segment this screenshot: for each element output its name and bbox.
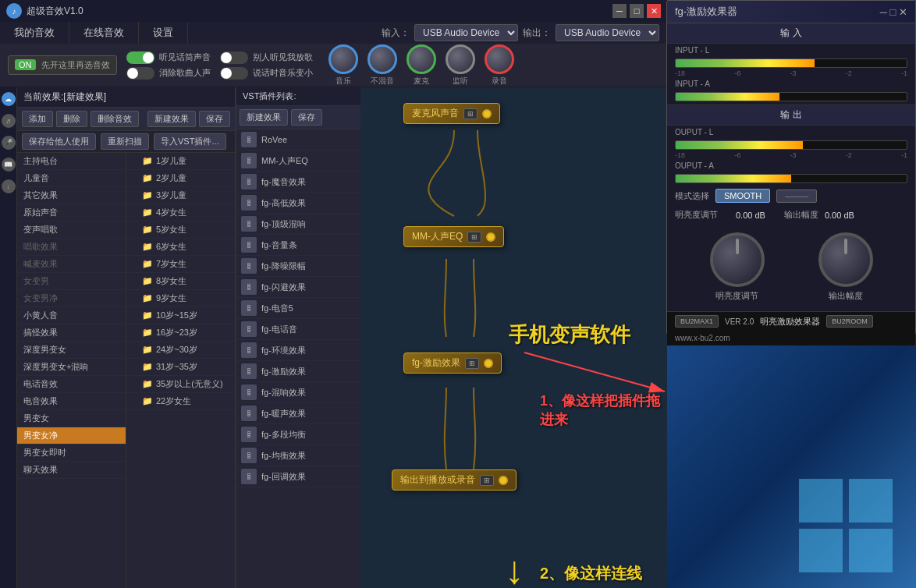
sidebar-voice-icon[interactable]: ♬	[2, 114, 16, 128]
mm-node-expand[interactable]: ⊞	[467, 232, 481, 243]
mode-smooth-btn[interactable]: SMOOTH	[715, 189, 770, 203]
effect-item-男变女净[interactable]: 男变女净	[17, 427, 126, 445]
effect-item-变声唱歌[interactable]: 变声唱歌	[17, 221, 126, 239]
effect-item-女变男净[interactable]: 女变男净	[17, 290, 126, 307]
vst-item[interactable]: 🎛fg-电话音	[236, 319, 360, 340]
mm-node[interactable]: MM-人声EQ ⊞	[403, 226, 504, 247]
remove-effect-btn[interactable]: 删除音效	[91, 111, 139, 127]
output-range-knob[interactable]	[818, 232, 873, 287]
age-item[interactable]: 📁22岁女生	[126, 393, 235, 410]
vst-item[interactable]: 🎛fg-暖声效果	[236, 403, 360, 424]
age-item[interactable]: 📁3岁儿童	[126, 187, 235, 204]
knob-record[interactable]	[485, 44, 514, 74]
output-node-expand[interactable]: ⊞	[480, 475, 494, 486]
effect-item-女变男[interactable]: 女变男	[17, 273, 126, 290]
age-item[interactable]: 📁2岁儿童	[126, 170, 235, 187]
vst-item[interactable]: 🎛fg-降噪限幅	[236, 256, 360, 277]
effect-item-小黄人音[interactable]: 小黄人音	[17, 307, 126, 324]
knob-mic[interactable]	[407, 44, 436, 74]
nav-my-effects[interactable]: 我的音效	[0, 22, 69, 44]
sidebar-mic-icon[interactable]: 🎤	[2, 136, 16, 150]
monitor-toggle-btn[interactable]: ON 先开这里再选音效	[8, 55, 117, 75]
vst-new-btn[interactable]: 新建效果	[240, 109, 288, 126]
age-item[interactable]: 📁9岁女生	[126, 290, 235, 307]
vst-item[interactable]: 🎛fg-魔音效果	[236, 172, 360, 193]
effect-item-深度男变女+混响[interactable]: 深度男变女+混响	[17, 359, 126, 376]
output-device-select[interactable]: USB Audio Device	[556, 24, 659, 41]
age-item[interactable]: 📁7岁女生	[126, 256, 235, 273]
effect-item-儿童音[interactable]: 儿童音	[17, 170, 126, 187]
fg-node-expand[interactable]: ⊞	[465, 358, 479, 369]
output-node[interactable]: 输出到播放或录音 ⊞	[392, 469, 517, 491]
vst-item[interactable]: 🎛fg-均衡效果	[236, 445, 360, 466]
save-for-others-btn[interactable]: 保存给他人使用	[22, 133, 96, 150]
effect-item-男变女即时[interactable]: 男变女即时	[17, 445, 126, 462]
toggle-voice-change[interactable]	[220, 67, 248, 80]
sidebar-download-icon[interactable]: ↓	[2, 179, 16, 193]
brightness-knob[interactable]	[710, 232, 765, 287]
effect-item-喊麦效果[interactable]: 喊麦效果	[17, 256, 126, 273]
effect-item-男变女[interactable]: 男变女	[17, 410, 126, 427]
vst-item[interactable]: 🎛fg-闪避效果	[236, 277, 360, 298]
mode-other-btn[interactable]: ———	[776, 190, 817, 203]
rescan-btn[interactable]: 重新扫描	[101, 133, 149, 150]
effect-item-主持电台[interactable]: 主持电台	[17, 153, 126, 170]
nav-online-effects[interactable]: 在线音效	[69, 22, 139, 44]
effect-item-电音效果[interactable]: 电音效果	[17, 393, 126, 410]
vst-item[interactable]: 🎛fg-回调效果	[236, 466, 360, 487]
sidebar-tutorial-icon[interactable]: 📖	[2, 158, 16, 172]
new-effect-btn[interactable]: 新建效果	[147, 111, 196, 127]
age-item[interactable]: 📁1岁儿童	[126, 153, 235, 170]
effect-item-深度男变女[interactable]: 深度男变女	[17, 342, 126, 359]
effect-item-唱歌效果[interactable]: 唱歌效果	[17, 239, 126, 256]
vst-panel: VST插件列表: 新建效果 保存 🎛RoVee🎛MM-人声EQ🎛fg-魔音效果🎛…	[236, 87, 360, 588]
fg-node[interactable]: fg-激励效果 ⊞	[403, 352, 502, 374]
effect-item-其它效果[interactable]: 其它效果	[17, 187, 126, 204]
age-item[interactable]: 📁5岁女生	[126, 221, 235, 239]
vst-item[interactable]: 🎛fg-顶级混响	[236, 214, 360, 235]
import-vst-btn[interactable]: 导入VST插件...	[154, 133, 226, 150]
age-item[interactable]: 📁16岁~23岁	[126, 324, 235, 342]
mic-node-expand[interactable]: ⊞	[463, 108, 478, 119]
knob-notone[interactable]	[367, 44, 397, 74]
toggle-noise-reduce[interactable]	[126, 67, 154, 80]
effect-item-聊天效果[interactable]: 聊天效果	[17, 462, 126, 479]
toggle-listen-mic[interactable]	[126, 51, 154, 64]
right-panel-close[interactable]: ─ □ ✕	[880, 6, 907, 18]
age-item[interactable]: 📁35岁以上(无意义)	[126, 376, 235, 393]
age-item[interactable]: 📁10岁~15岁	[126, 307, 235, 324]
input-device-select[interactable]: USB Audio Device	[414, 24, 518, 41]
effect-item-原始声音[interactable]: 原始声音	[17, 204, 126, 221]
toggle-other-hear[interactable]	[220, 51, 248, 64]
effect-item-搞怪效果[interactable]: 搞怪效果	[17, 324, 126, 342]
maximize-button[interactable]: □	[630, 4, 644, 18]
minimize-button[interactable]: ─	[612, 4, 627, 18]
nav-settings[interactable]: 设置	[139, 22, 188, 44]
vst-item[interactable]: 🎛fg-混响效果	[236, 382, 360, 403]
vst-item[interactable]: 🎛fg-环境效果	[236, 340, 360, 361]
mic-node[interactable]: 麦克风声音 ⊞	[403, 103, 500, 124]
age-item[interactable]: 📁31岁~35岁	[126, 359, 235, 376]
save-effect-btn[interactable]: 保存	[199, 111, 230, 127]
age-item[interactable]: 📁8岁女生	[126, 273, 235, 290]
vst-item[interactable]: 🎛fg-高低效果	[236, 193, 360, 214]
vst-item[interactable]: 🎛fg-电音5	[236, 298, 360, 319]
close-button[interactable]: ✕	[647, 4, 661, 18]
age-item[interactable]: 📁6岁女生	[126, 239, 235, 256]
sidebar-cloud-icon[interactable]: ☁	[2, 92, 16, 106]
vst-item[interactable]: 🎛RoVee	[236, 129, 360, 151]
vst-item[interactable]: 🎛fg-音量条	[236, 235, 360, 256]
knob-music[interactable]	[328, 44, 358, 74]
age-item[interactable]: 📁24岁~30岁	[126, 342, 235, 359]
knob-monitor-label: 监听	[453, 76, 468, 87]
add-effect-btn[interactable]: 添加	[22, 111, 53, 127]
vst-item[interactable]: 🎛fg-激励效果	[236, 361, 360, 382]
vst-item[interactable]: 🎛fg-多段均衡	[236, 424, 360, 445]
age-item[interactable]: 📁4岁女生	[126, 204, 235, 221]
knob-monitor[interactable]	[446, 44, 475, 74]
vst-save-btn[interactable]: 保存	[291, 109, 322, 126]
delete-effect-btn[interactable]: 删除	[56, 111, 87, 127]
vst-item[interactable]: 🎛MM-人声EQ	[236, 151, 360, 172]
input-l-label: INPUT - L	[667, 44, 915, 57]
effect-item-电话音效[interactable]: 电话音效	[17, 376, 126, 393]
